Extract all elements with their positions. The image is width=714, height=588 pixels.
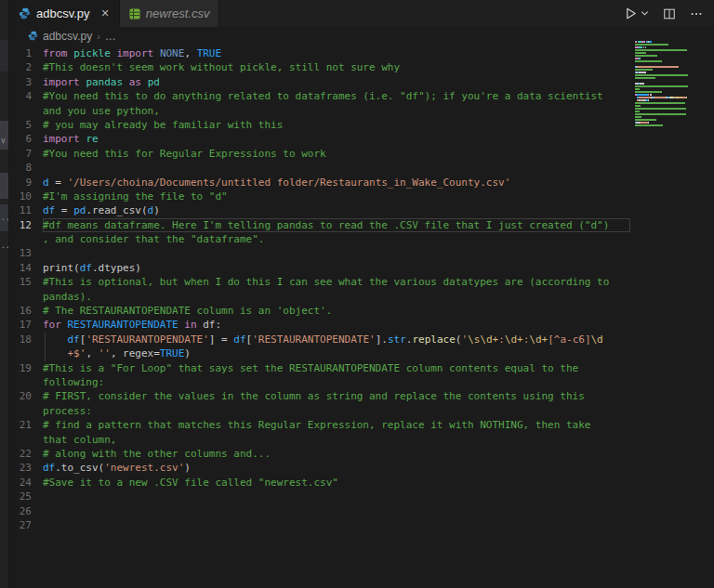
sidebar-item-partial[interactable] xyxy=(0,40,8,72)
line-number: 13 xyxy=(9,246,43,260)
code-text: print(df.dtypes) xyxy=(43,261,630,275)
code-line[interactable]: 6import re xyxy=(9,132,630,146)
line-number xyxy=(9,346,43,360)
code-line[interactable]: 16# The RESTAURANTOPENDATE column is an … xyxy=(9,304,630,318)
line-number xyxy=(9,375,43,389)
code-line[interactable]: and you use python, xyxy=(9,104,630,118)
line-number: 27 xyxy=(9,518,43,532)
line-number: 18 xyxy=(9,333,43,346)
code-line[interactable]: 3import pandas as pd xyxy=(9,75,630,89)
split-editor-button[interactable] xyxy=(663,7,676,20)
csv-table-icon xyxy=(129,8,140,20)
tab-label: newrest.csv xyxy=(146,7,210,20)
code-text: # you may already be familiar with this xyxy=(43,118,630,132)
line-number: 15 xyxy=(9,275,43,289)
code-text: #I'm assigning the file to "d" xyxy=(43,189,630,203)
code-line[interactable]: 18 df['RESTAURANTOPENDATE'] = df['RESTAU… xyxy=(9,333,630,346)
code-text: for RESTAURANTOPENDATE in df: xyxy=(43,318,630,332)
line-number: 14 xyxy=(9,261,43,275)
code-line[interactable]: 11df = pd.read_csv(d) xyxy=(9,203,630,217)
code-editor[interactable]: 1from pickle import NONE, TRUE2#This doe… xyxy=(9,45,714,532)
breadcrumb-more[interactable]: … xyxy=(105,30,116,43)
code-text xyxy=(43,161,630,175)
sidebar-item-partial[interactable] xyxy=(0,173,8,199)
code-line[interactable]: 12#df means dataframe. Here I'm telling … xyxy=(9,218,630,232)
line-number: 7 xyxy=(9,147,43,161)
code-text: # along with the other columns and... xyxy=(43,447,630,461)
line-number: 26 xyxy=(9,504,43,518)
code-line[interactable]: pandas). xyxy=(9,290,630,304)
minimap[interactable] xyxy=(635,41,707,136)
code-text: #This doesn't seem work without pickle, … xyxy=(43,60,630,74)
close-icon[interactable]: ✕ xyxy=(101,7,110,20)
line-number: 8 xyxy=(9,161,43,175)
code-text: process: xyxy=(43,404,630,418)
code-text xyxy=(43,246,630,260)
run-button[interactable] xyxy=(624,7,638,20)
code-text: import re xyxy=(43,132,630,146)
code-line[interactable]: 4#You need this to do anything related t… xyxy=(9,89,630,103)
code-text: # FIRST, consider the values in the colu… xyxy=(43,389,630,403)
line-number: 3 xyxy=(9,75,43,89)
line-number: 16 xyxy=(9,304,43,318)
code-line[interactable]: 15#This is optional, but when I do this … xyxy=(9,275,630,289)
code-line[interactable]: 26 xyxy=(9,504,630,518)
code-lines: 1from pickle import NONE, TRUE2#This doe… xyxy=(9,46,714,532)
code-line[interactable]: process: xyxy=(9,404,630,418)
code-text: , and consider that the "dataframe". xyxy=(43,232,630,246)
line-number: 1 xyxy=(9,46,43,60)
code-text: # The RESTAURANTOPENDATE column is an 'o… xyxy=(43,304,630,318)
line-number: 5 xyxy=(9,118,43,132)
line-number: 12 xyxy=(9,218,43,232)
code-line[interactable]: 27 xyxy=(9,518,630,532)
more-actions-button[interactable] xyxy=(690,7,703,20)
tab-label: adbcsv.py xyxy=(36,7,90,20)
code-line[interactable]: following: xyxy=(9,375,630,389)
code-line[interactable]: 20# FIRST, consider the values in the co… xyxy=(9,389,630,403)
sidebar-text-fragment: v xyxy=(1,137,6,145)
code-line[interactable]: 17for RESTAURANTOPENDATE in df: xyxy=(9,318,630,332)
line-number: 4 xyxy=(9,89,43,103)
code-line[interactable]: 7#You need this for Regular Expressions … xyxy=(9,147,630,161)
code-line[interactable]: 21# find a pattern that matches this Reg… xyxy=(9,418,630,432)
code-line[interactable]: , and consider that the "dataframe". xyxy=(9,232,630,246)
line-number: 6 xyxy=(9,132,43,146)
code-line[interactable]: 23df.to_csv('newrest.csv') xyxy=(9,461,630,475)
tab-newrest-csv[interactable]: newrest.csv xyxy=(120,0,220,27)
tab-adbcsv-py[interactable]: adbcsv.py ✕ xyxy=(9,0,120,27)
breadcrumb-file[interactable]: adbcsv.py xyxy=(43,30,92,43)
code-text: df['RESTAURANTOPENDATE'] = df['RESTAURAN… xyxy=(43,333,630,346)
code-line[interactable]: 8 xyxy=(9,161,630,175)
code-line[interactable]: 14print(df.dtypes) xyxy=(9,261,630,275)
line-number xyxy=(9,404,43,418)
code-line[interactable]: 13 xyxy=(9,246,630,260)
chevron-down-icon[interactable] xyxy=(641,9,649,18)
code-text xyxy=(43,518,630,532)
code-text: and you use python, xyxy=(43,104,630,118)
sidebar-item-partial[interactable] xyxy=(0,121,8,150)
code-line[interactable]: 10#I'm assigning the file to "d" xyxy=(9,189,630,203)
code-line[interactable]: 2#This doesn't seem work without pickle,… xyxy=(9,60,630,74)
code-line[interactable]: +$', '', regex=TRUE) xyxy=(9,346,630,360)
code-line[interactable]: 5# you may already be familiar with this xyxy=(9,118,630,132)
code-line[interactable]: that column, xyxy=(9,433,630,447)
line-number: 20 xyxy=(9,389,43,403)
code-line[interactable]: 25 xyxy=(9,490,630,503)
code-line[interactable]: 22# along with the other columns and... xyxy=(9,447,630,461)
line-number xyxy=(9,232,43,246)
code-line[interactable]: 1from pickle import NONE, TRUE xyxy=(9,46,630,60)
line-number xyxy=(9,433,43,447)
line-number xyxy=(9,104,43,118)
code-text: #You need this for Regular Expressions t… xyxy=(43,147,630,161)
sidebar-sliver[interactable]: v .. .. xyxy=(0,0,9,588)
code-line[interactable]: 24#Save it to a new .CSV file called "ne… xyxy=(9,476,630,490)
code-line[interactable]: 19#This is a "For Loop" that says set th… xyxy=(9,361,630,375)
code-text: d = '/Users/choina/Documents/untitled fo… xyxy=(43,176,630,189)
code-text: #This is optional, but when I do this I … xyxy=(43,275,630,289)
code-text: +$', '', regex=TRUE) xyxy=(43,346,630,360)
code-line[interactable]: 9d = '/Users/choina/Documents/untitled f… xyxy=(9,176,630,189)
line-number: 25 xyxy=(9,490,43,503)
code-text: # find a pattern that matches this Regul… xyxy=(43,418,630,432)
code-text: import pandas as pd xyxy=(43,75,630,89)
code-text: #You need this to do anything related to… xyxy=(43,89,630,103)
